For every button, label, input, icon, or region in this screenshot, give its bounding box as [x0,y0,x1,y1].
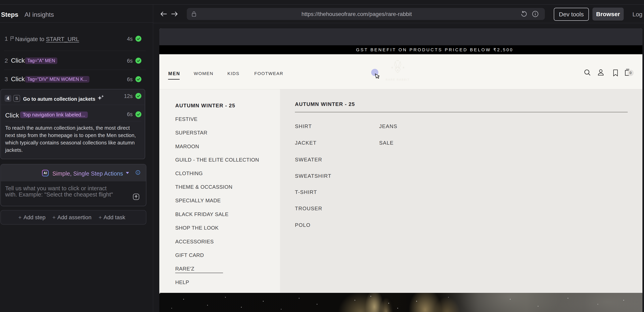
svg-text:R: R [403,67,404,69]
svg-text:R: R [392,67,393,69]
